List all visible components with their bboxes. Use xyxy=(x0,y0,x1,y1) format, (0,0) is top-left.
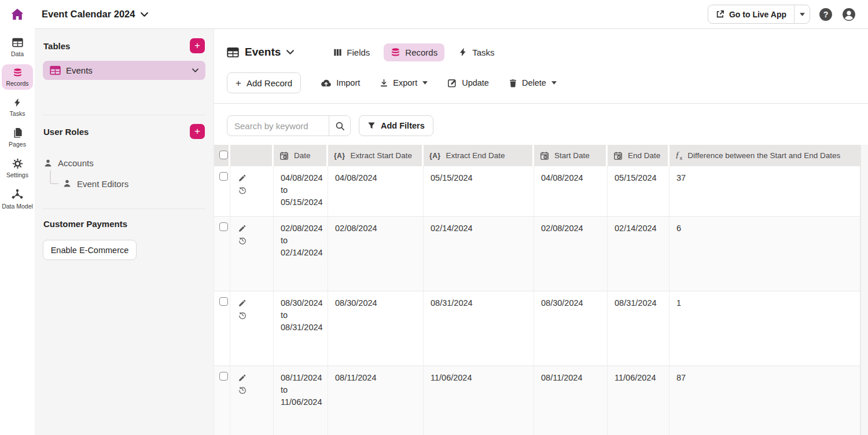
bolt-icon xyxy=(458,47,468,57)
row-checkbox[interactable] xyxy=(219,297,228,306)
cell-extract-end-date: 11/06/2024 xyxy=(424,366,534,435)
update-label: Update xyxy=(462,78,489,87)
rail-item-tasks[interactable]: Tasks xyxy=(2,94,33,120)
record-history-icon[interactable] xyxy=(238,236,247,244)
function-icon: ƒx xyxy=(675,151,682,161)
go-to-live-app-caret[interactable] xyxy=(794,5,810,23)
database-icon xyxy=(391,47,400,57)
table-row: 08/11/2024to11/06/2024 08/11/2024 11/06/… xyxy=(214,366,860,435)
row-checkbox[interactable] xyxy=(219,222,228,231)
tab-records[interactable]: Records xyxy=(384,43,444,61)
edit-record-icon[interactable] xyxy=(238,225,246,232)
cell-end-date: 05/15/2024 xyxy=(608,166,670,217)
import-button[interactable]: Import xyxy=(321,78,360,87)
tab-label: Tasks xyxy=(472,47,494,57)
go-to-live-app-label: Go to Live App xyxy=(729,10,786,19)
record-history-icon[interactable] xyxy=(238,386,247,394)
help-button[interactable]: ? xyxy=(819,7,833,21)
table-header-row: Date {A}Extract Start Date {A}Extract En… xyxy=(214,145,860,166)
export-label: Export xyxy=(393,78,417,87)
add-record-button[interactable]: + Add Record xyxy=(227,72,301,93)
column-header-extract-start-date[interactable]: {A}Extract Start Date xyxy=(328,145,424,166)
tree-connector xyxy=(50,170,58,184)
filter-row: Add Filters xyxy=(214,104,868,145)
cell-difference: 6 xyxy=(670,217,860,291)
column-label: End Date xyxy=(628,151,660,160)
cell-extract-start-date: 08/30/2024 xyxy=(328,291,424,366)
data-model-icon xyxy=(12,189,23,200)
update-button[interactable]: Update xyxy=(447,78,489,88)
sidebar-item-event-editors[interactable]: Event Editors xyxy=(35,174,214,193)
rail-item-pages[interactable]: Pages xyxy=(2,124,33,151)
delete-label: Delete xyxy=(522,78,546,87)
select-all-checkbox[interactable] xyxy=(219,151,228,159)
cell-extract-end-date: 02/14/2024 xyxy=(424,217,534,291)
cloud-upload-icon xyxy=(321,79,332,87)
row-checkbox[interactable] xyxy=(219,372,228,381)
cell-date-range: 02/08/2024to02/14/2024 xyxy=(274,217,328,291)
column-header-extract-end-date[interactable]: {A}Extract End Date xyxy=(424,145,534,166)
table-icon xyxy=(227,46,239,59)
scrollbar-gutter[interactable] xyxy=(860,145,868,435)
column-header-end-date[interactable]: End Date xyxy=(608,145,670,166)
add-table-button[interactable]: + xyxy=(190,38,205,53)
edit-record-icon[interactable] xyxy=(238,374,246,382)
actions-column-header xyxy=(230,145,274,166)
go-to-live-app-button[interactable]: Go to Live App xyxy=(708,5,794,23)
cell-date-range: 08/30/2024to08/31/2024 xyxy=(274,291,328,366)
delete-button[interactable]: Delete xyxy=(509,78,557,88)
cell-date-range: 04/08/2024to05/15/2024 xyxy=(274,166,328,217)
home-icon[interactable] xyxy=(10,8,24,21)
cell-start-date: 04/08/2024 xyxy=(534,166,608,217)
column-header-start-date[interactable]: Start Date xyxy=(534,145,608,166)
rail-item-label: Tasks xyxy=(10,110,25,117)
app-switcher[interactable]: Event Calendar 2024 xyxy=(42,9,148,20)
cell-start-date: 02/08/2024 xyxy=(534,217,608,291)
row-checkbox[interactable] xyxy=(219,172,228,181)
sidebar-item-accounts[interactable]: Accounts xyxy=(35,158,214,168)
account-button[interactable] xyxy=(842,7,856,21)
add-filters-label: Add Filters xyxy=(381,121,425,130)
sidebar: Tables + Events User Roles + Accounts Ev… xyxy=(35,29,214,435)
calendar-icon xyxy=(279,151,289,160)
column-header-date[interactable]: Date xyxy=(274,145,328,166)
rail-item-records[interactable]: Records xyxy=(2,64,33,90)
column-header-difference[interactable]: ƒxDifference between the Start and End D… xyxy=(670,145,860,166)
table-icon xyxy=(50,65,61,76)
tables-heading: Tables xyxy=(43,41,70,51)
record-history-icon[interactable] xyxy=(238,186,247,194)
tab-fields[interactable]: Fields xyxy=(326,43,377,61)
edit-record-icon[interactable] xyxy=(238,174,246,182)
cell-date-range: 08/11/2024to11/06/2024 xyxy=(274,366,328,435)
tab-tasks[interactable]: Tasks xyxy=(451,43,501,61)
cell-extract-start-date: 04/08/2024 xyxy=(328,166,424,217)
add-filters-button[interactable]: Add Filters xyxy=(359,115,433,136)
external-link-icon xyxy=(716,10,724,19)
funnel-icon xyxy=(367,122,376,130)
caret-down-icon xyxy=(551,81,557,85)
rail-item-data[interactable]: Data xyxy=(2,34,33,60)
entity-title-dropdown[interactable]: Events xyxy=(227,46,294,59)
record-history-icon[interactable] xyxy=(238,311,247,319)
help-icon: ? xyxy=(819,8,833,21)
rail-item-data-model[interactable]: Data Model xyxy=(2,185,33,213)
table-row: 08/30/2024to08/31/2024 08/30/2024 08/31/… xyxy=(214,291,860,366)
add-user-role-button[interactable]: + xyxy=(190,124,205,139)
enable-ecommerce-button[interactable]: Enable E-Commerce xyxy=(43,240,137,260)
table-icon xyxy=(12,37,23,48)
edit-record-icon[interactable] xyxy=(238,299,246,307)
download-icon xyxy=(380,78,388,87)
export-button[interactable]: Export xyxy=(380,78,428,87)
sidebar-item-events[interactable]: Events xyxy=(43,61,205,80)
text-formula-icon: {A} xyxy=(334,152,345,159)
gear-icon xyxy=(12,158,23,169)
search-input[interactable] xyxy=(227,116,329,136)
search-button[interactable] xyxy=(329,116,350,136)
column-label: Difference between the Start and End Dat… xyxy=(687,151,840,160)
caret-down-icon xyxy=(800,13,805,16)
chevron-down-icon xyxy=(141,12,148,17)
cell-end-date: 08/31/2024 xyxy=(608,291,670,366)
rail-item-settings[interactable]: Settings xyxy=(2,155,33,181)
database-icon xyxy=(13,68,23,78)
chevron-down-icon[interactable] xyxy=(192,68,198,72)
